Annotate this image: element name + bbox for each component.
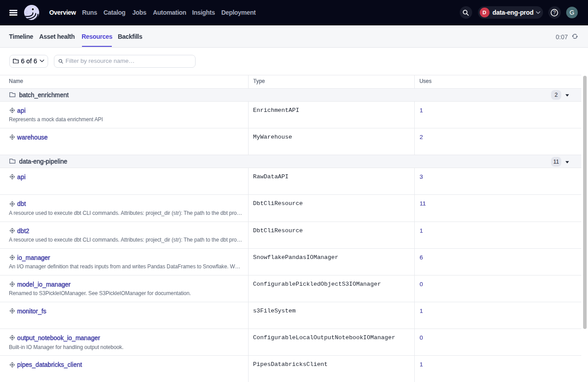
- svg-text:?: ?: [553, 10, 556, 15]
